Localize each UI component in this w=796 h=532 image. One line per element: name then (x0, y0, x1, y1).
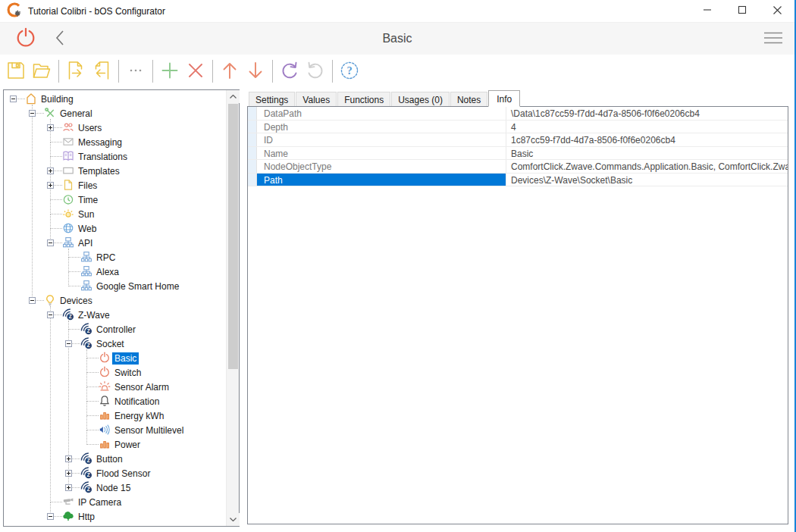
tree-item-alexa[interactable]: Alexa (4, 264, 226, 279)
tree-item-notification[interactable]: Notification (4, 394, 226, 408)
expander-plus-icon[interactable] (47, 167, 54, 174)
tree-item-messaging[interactable]: Messaging (4, 135, 226, 149)
tree-item-socket[interactable]: ZSocket (4, 336, 226, 351)
tree-item-label: Notification (112, 396, 161, 408)
expander-minus-icon[interactable] (10, 95, 17, 102)
tree-connector (50, 502, 62, 502)
tree-item-google-smart-home[interactable]: Google Smart Home (4, 279, 226, 293)
svg-text:Z: Z (87, 328, 90, 333)
tree-item-node-15[interactable]: ZNode 15 (4, 480, 226, 495)
delete-button[interactable] (183, 59, 208, 83)
tree-item-time[interactable]: Time (4, 192, 226, 207)
expander-minus-icon[interactable] (29, 297, 36, 304)
expander-minus-icon[interactable] (47, 239, 54, 246)
scroll-down-icon[interactable] (227, 513, 240, 526)
undo-button[interactable] (277, 59, 302, 83)
row-gutter (248, 174, 257, 186)
tree-panel: BuildingGeneralUsersMessagingTranslation… (3, 89, 240, 527)
tree-item-switch[interactable]: Switch (4, 365, 226, 380)
zwave-icon: Z (80, 323, 92, 335)
tree-item-web[interactable]: Web (4, 221, 226, 236)
tree-item-sun[interactable]: Sun (4, 207, 226, 221)
close-button[interactable] (760, 0, 794, 22)
toolbar-separator (118, 60, 119, 83)
tree-item-label: Sun (76, 208, 96, 221)
tab-usages-0[interactable]: Usages (0) (391, 92, 450, 106)
tree-item-translations[interactable]: Translations (4, 149, 226, 164)
tree-item-button[interactable]: ZButton (4, 452, 226, 466)
minimize-button[interactable] (690, 0, 725, 22)
tree-item-ip-camera[interactable]: IP Camera (4, 495, 226, 509)
property-row-datapath[interactable]: DataPath\Data\1c87cc59-f7dd-4d7a-8506-f0… (248, 107, 788, 120)
expander-minus-icon[interactable] (65, 340, 72, 347)
expander-minus-icon[interactable] (47, 311, 54, 318)
property-row-depth[interactable]: Depth4 (248, 120, 788, 134)
add-icon (159, 60, 180, 83)
tab-functions[interactable]: Functions (337, 92, 390, 106)
open-button[interactable] (30, 59, 54, 83)
expander-plus-icon[interactable] (65, 455, 72, 462)
app-window: Tutorial Colibri - bOS Configurator Basi… (0, 0, 796, 532)
tree-item-energy-kwh[interactable]: Energy kWh (4, 408, 226, 423)
tree-item-templates[interactable]: Templates (4, 164, 226, 178)
scroll-up-icon[interactable] (227, 90, 240, 103)
tree-item-power[interactable]: Power (4, 437, 226, 452)
help-button[interactable]: ? (337, 59, 362, 83)
back-chevron-icon (54, 29, 66, 49)
save-button[interactable] (4, 59, 28, 83)
tree-item-sensor-multilevel[interactable]: Sensor Multilevel (4, 423, 226, 437)
menu-button[interactable] (763, 31, 784, 46)
property-row-nodeobjecttype[interactable]: NodeObjectTypeComfortClick.Zwave.Command… (248, 160, 788, 174)
tab-values[interactable]: Values (296, 92, 337, 106)
property-row-path[interactable]: PathDevices\Z-Wave\Socket\Basic (248, 174, 788, 187)
tree-connector (68, 271, 80, 272)
tree-item-label: Sensor Alarm (112, 381, 171, 393)
expander-plus-icon[interactable] (65, 484, 72, 491)
toolbar-separator (152, 60, 153, 83)
power-icon (14, 27, 37, 52)
import-button[interactable] (89, 59, 114, 83)
tree-scrollbar[interactable] (226, 90, 239, 526)
tree-connector (68, 329, 80, 330)
svg-text:Z: Z (87, 343, 90, 348)
tree-item-files[interactable]: Files (4, 178, 226, 192)
tree-item-rpc[interactable]: RPC (4, 250, 226, 264)
tree-item-flood-sensor[interactable]: ZFlood Sensor (4, 466, 226, 480)
tree-connector (86, 386, 99, 387)
expander-plus-icon[interactable] (47, 124, 54, 131)
tree-item-controller[interactable]: ZController (4, 322, 226, 336)
power-button[interactable] (14, 27, 38, 51)
hamburger-menu-icon (763, 31, 783, 47)
redo-button[interactable] (303, 59, 327, 83)
tree-item-http[interactable]: Http (4, 509, 226, 524)
scrollbar-thumb[interactable] (228, 104, 238, 369)
move-up-button[interactable] (218, 59, 242, 83)
export-button[interactable] (64, 59, 88, 83)
move-down-button[interactable] (243, 59, 268, 83)
tab-info[interactable]: Info (488, 90, 520, 107)
tree-item-building[interactable]: Building (4, 92, 226, 106)
tree-item-basic[interactable]: Basic (4, 351, 226, 365)
tree-item-label: Web (76, 223, 99, 235)
property-row-id[interactable]: ID1c87cc59-f7dd-4d7a-8506-f0f6e0206cb4 (248, 133, 788, 147)
tab-notes[interactable]: Notes (450, 92, 487, 106)
svg-text:Z: Z (87, 487, 90, 492)
property-row-name[interactable]: NameBasic (248, 147, 788, 161)
add-button[interactable] (158, 59, 182, 83)
expander-minus-icon[interactable] (29, 110, 36, 117)
tree-item-z-wave[interactable]: ZZ-Wave (4, 308, 226, 322)
tab-settings[interactable]: Settings (249, 92, 295, 106)
back-button[interactable] (52, 28, 68, 49)
tree-item-label: Alexa (94, 266, 121, 278)
tree-item-devices[interactable]: Devices (4, 293, 226, 308)
more-button[interactable] (124, 59, 148, 83)
tree-item-general[interactable]: General (4, 106, 226, 120)
tree-item-api[interactable]: API (4, 236, 226, 250)
tree-item-sensor-alarm[interactable]: Sensor Alarm (4, 380, 226, 394)
tree-item-users[interactable]: Users (4, 120, 226, 135)
maximize-button[interactable] (725, 0, 760, 22)
expander-plus-icon[interactable] (65, 470, 72, 477)
tree-connector (50, 142, 62, 142)
expander-plus-icon[interactable] (47, 182, 54, 189)
expander-minus-icon[interactable] (47, 513, 54, 520)
